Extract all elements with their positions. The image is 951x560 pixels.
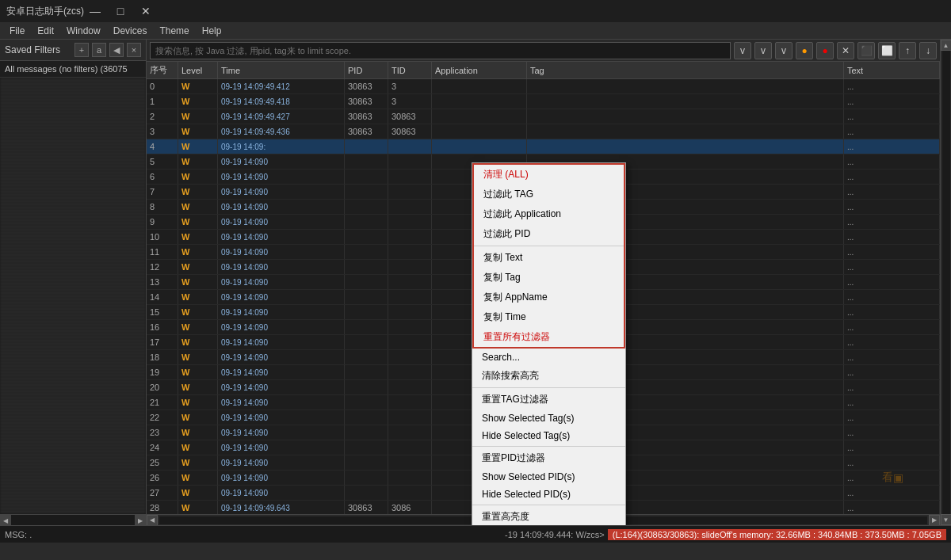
ctx-item-reset-pid-filter[interactable]: 重置PID过滤器 [472,448,625,468]
ctx-item-hide-pids[interactable]: Hide Selected PID(s) [472,486,625,503]
toolbar-icon-v2[interactable]: v [754,42,772,59]
cell-tag [527,94,844,109]
cell-text: ... [844,200,940,214]
toolbar-icon-wht[interactable]: ⬜ [878,42,896,59]
cell-tid [388,395,432,410]
ctx-item-show-tags[interactable]: Show Selected Tag(s) [472,410,625,427]
ctx-item-copy-time[interactable]: 复制 Time [474,307,624,327]
cell-text: ... [844,320,940,334]
close-button[interactable]: ✕ [135,2,157,20]
cell-tid [388,380,432,394]
menu-file[interactable]: File [3,24,31,38]
cell-time: 09-19 14:09:49.412 [218,79,345,93]
cell-seq: 16 [147,320,178,334]
toolbar-icon-blk[interactable]: ⬛ [857,42,875,59]
menu-help[interactable]: Help [196,24,228,38]
cell-seq: 0 [147,79,178,93]
context-menu: 清理 (ALL) 过滤此 TAG 过滤此 Application 过滤此 PID… [472,162,626,525]
cell-pid [345,215,388,229]
toolbar-scroll-down[interactable]: ↓ [919,42,937,59]
cell-seq: 8 [147,200,178,214]
ctx-item-filter-app[interactable]: 过滤此 Application [474,204,624,224]
cell-seq: 28 [147,501,178,514]
cell-level: W [178,380,218,394]
toolbar-scroll-up[interactable]: ↑ [899,42,916,59]
table-row[interactable]: 0 W 09-19 14:09:49.412 30863 3 ... [147,79,940,94]
toolbar-icon-v3[interactable]: v [775,42,792,59]
vscroll-track[interactable] [942,51,950,514]
sidebar-horizontal-scrollbar[interactable]: ◀ ▶ [0,514,146,525]
log-toolbar: v v v ● ● ✕ ⬛ ⬜ ↑ ↓ [147,40,940,62]
cell-level: W [178,215,218,229]
cell-seq: 22 [147,410,178,425]
cell-level: W [178,320,218,334]
cell-pid: 30863 [345,79,388,93]
ctx-item-clear-all[interactable]: 清理 (ALL) [474,165,624,185]
table-row[interactable]: 4 W 09-19 14:09: ... [147,139,940,154]
menu-window[interactable]: Window [60,24,107,38]
ctx-item-clear-highlight[interactable]: 清除搜索高亮 [472,366,625,386]
vscroll-down-btn[interactable]: ▼ [941,514,952,525]
toolbar-icon-dot1[interactable]: ● [796,42,813,59]
ctx-item-hide-tags[interactable]: Hide Selected Tag(s) [472,427,625,444]
menu-theme[interactable]: Theme [153,24,195,38]
cell-pid [345,305,388,319]
sidebar-scroll-track[interactable] [11,515,135,525]
ctx-item-show-pids[interactable]: Show Selected PID(s) [472,468,625,486]
sidebar-scroll-right[interactable]: ▶ [135,515,146,526]
toolbar-icon-dot2[interactable]: ● [816,42,834,59]
ctx-item-reset-highlight[interactable]: 重置高亮度 [472,507,625,525]
cell-time: 09-19 14:090 [218,170,345,184]
ctx-item-copy-tag[interactable]: 复制 Tag [474,268,624,288]
col-header-app: Application [432,62,527,78]
menu-devices[interactable]: Devices [107,24,154,38]
cell-seq: 5 [147,154,178,169]
minimize-button[interactable]: — [84,2,106,20]
search-input[interactable] [150,42,731,59]
cell-level: W [178,139,218,154]
ctx-item-copy-appname[interactable]: 复制 AppName [474,288,624,307]
cell-pid [345,185,388,199]
cell-pid: 30863 [345,124,388,139]
table-row[interactable]: 2 W 09-19 14:09:49.427 30863 30863 ... [147,109,940,124]
cell-time: 09-19 14:090 [218,230,345,244]
vscroll-up-btn[interactable]: ▲ [941,40,952,51]
table-row[interactable]: 3 W 09-19 14:09:49.436 30863 30863 ... [147,124,940,139]
cell-pid [345,139,388,154]
log-area: v v v ● ● ✕ ⬛ ⬜ ↑ ↓ 序号 Level Time PID TI… [147,40,940,525]
cell-text: ... [844,230,940,244]
toolbar-icon-v1[interactable]: v [734,42,751,59]
all-messages-filter[interactable]: All messages (no filters) (36075 [0,61,146,78]
filter-btn3[interactable]: ◀ [109,43,124,57]
context-menu-section1: 清理 (ALL) 过滤此 TAG 过滤此 Application 过滤此 PID… [472,163,625,349]
ctx-item-filter-tag[interactable]: 过滤此 TAG [474,185,624,204]
cell-level: W [178,109,218,124]
cell-time: 09-19 14:090 [218,275,345,289]
hscroll-right-btn[interactable]: ▶ [929,515,940,526]
cell-tid [388,455,432,470]
ctx-item-search[interactable]: Search... [472,349,625,366]
filter-btn2[interactable]: a [92,43,106,57]
add-filter-button[interactable]: + [74,43,89,57]
ctx-item-copy-text[interactable]: 复制 Text [474,248,624,268]
cell-tid [388,260,432,274]
filter-btn4[interactable]: × [127,43,141,57]
cell-text: ... [844,139,940,154]
ctx-item-reset-all-filters[interactable]: 重置所有过滤器 [474,327,624,347]
ctx-item-filter-pid[interactable]: 过滤此 PID [474,224,624,244]
toolbar-icon-x[interactable]: ✕ [837,42,854,59]
cell-seq: 7 [147,185,178,199]
col-header-time: Time [218,62,345,78]
cell-pid: 30863 [345,501,388,514]
cell-text: ... [844,275,940,289]
vertical-scrollbar[interactable]: ▲ ▼ [940,40,951,525]
ctx-item-reset-tag-filter[interactable]: 重置TAG过滤器 [472,390,625,410]
menu-edit[interactable]: Edit [31,24,60,38]
cell-pid [345,380,388,394]
hscroll-left-btn[interactable]: ◀ [147,515,158,526]
sidebar-scroll-left[interactable]: ◀ [0,515,11,526]
cell-level: W [178,395,218,410]
maximize-button[interactable]: □ [109,2,132,20]
table-row[interactable]: 1 W 09-19 14:09:49.418 30863 3 ... [147,94,940,109]
cell-time: 09-19 14:090 [218,380,345,394]
